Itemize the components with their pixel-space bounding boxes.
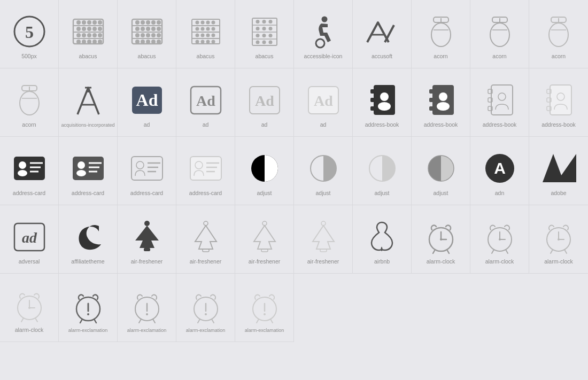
icon-cell-alarm-exclamation2[interactable]: alarm-exclamation xyxy=(118,274,176,342)
icon-cell-address-book2[interactable]: address-book xyxy=(412,68,470,137)
icon-cell-ad2[interactable]: Ad ad xyxy=(176,68,235,137)
svg-rect-121 xyxy=(370,89,375,94)
icon-cell-address-card1[interactable]: address-card xyxy=(0,137,59,205)
icon-cell-adjust4[interactable]: adjust xyxy=(412,137,470,205)
icon-cell-address-book1[interactable]: address-book xyxy=(353,68,412,137)
icon-cell-acorn1[interactable]: acorn xyxy=(412,0,470,68)
icon-label: air-freshener xyxy=(307,258,339,266)
icon-cell-alarm-clock4[interactable]: alarm-clock xyxy=(0,274,59,342)
icon-cell-acorn3[interactable]: acorn xyxy=(529,0,588,68)
icon-cell-address-card4[interactable]: address-card xyxy=(176,137,235,205)
icon-label: adjust xyxy=(433,190,448,197)
svg-rect-122 xyxy=(370,98,375,102)
icon-cell-adobe[interactable]: adobe xyxy=(529,137,588,205)
icon-label: adjust xyxy=(315,190,330,197)
svg-point-14 xyxy=(92,27,97,31)
icon-label: alarm-exclamation xyxy=(68,328,108,334)
svg-line-200 xyxy=(35,318,37,322)
icon-label: alarm-clock xyxy=(485,258,514,266)
icon-cell-air-freshener3[interactable]: air-freshener xyxy=(235,205,294,274)
svg-text:Ad: Ad xyxy=(255,92,274,109)
icon-label: address-card xyxy=(189,190,222,197)
svg-rect-128 xyxy=(429,98,434,102)
svg-point-16 xyxy=(76,33,81,37)
icon-label: abacus xyxy=(79,53,97,60)
icon-cell-address-book4[interactable]: address-book xyxy=(529,68,588,137)
icon-label: address-book xyxy=(541,121,576,129)
svg-point-59 xyxy=(200,27,204,31)
icon-cell-ad1[interactable]: Ad ad xyxy=(118,68,176,137)
svg-point-38 xyxy=(151,27,156,31)
svg-point-87 xyxy=(316,39,324,48)
icon-cell-acorn2[interactable]: acorn xyxy=(470,0,529,68)
icon-label: acorn xyxy=(492,53,506,60)
svg-point-55 xyxy=(200,21,204,25)
svg-point-155 xyxy=(136,161,144,169)
icon-cell-abacus3[interactable]: abacus xyxy=(176,0,235,68)
svg-line-216 xyxy=(212,319,214,323)
svg-point-45 xyxy=(135,40,140,44)
icon-cell-adversal[interactable]: ad adversal xyxy=(0,205,59,274)
svg-rect-154 xyxy=(131,157,163,180)
icon-label: acorn xyxy=(434,53,447,60)
icon-cell-alarm-clock2[interactable]: alarm-clock xyxy=(470,205,529,274)
svg-point-100 xyxy=(549,23,568,46)
svg-point-78 xyxy=(262,27,266,30)
icon-cell-abacus4[interactable]: abacus xyxy=(235,0,294,68)
svg-point-57 xyxy=(211,21,215,25)
icon-cell-address-card2[interactable]: address-card xyxy=(59,137,118,205)
icon-cell-adjust1[interactable]: adjust xyxy=(235,137,294,205)
icon-cell-air-freshener1[interactable]: air-freshener xyxy=(118,205,176,274)
icon-label: abacus xyxy=(197,53,215,60)
icon-cell-abacus2[interactable]: abacus xyxy=(118,0,176,68)
svg-point-36 xyxy=(141,27,145,31)
svg-point-185 xyxy=(440,238,442,241)
icon-cell-alarm-clock3[interactable]: alarm-clock xyxy=(529,205,588,274)
svg-point-17 xyxy=(82,33,86,37)
icon-cell-air-freshener4[interactable]: air-freshener xyxy=(294,205,353,274)
icon-cell-adjust3[interactable]: adjust xyxy=(353,137,412,205)
svg-point-47 xyxy=(146,40,150,44)
svg-point-7 xyxy=(82,20,86,25)
svg-point-69 xyxy=(211,40,215,44)
icon-label: address-book xyxy=(424,121,458,129)
icon-cell-alarm-clock1[interactable]: alarm-clock xyxy=(412,205,470,274)
icon-cell-air-freshener2[interactable]: air-freshener xyxy=(176,205,235,274)
icon-cell-alarm-exclamation3[interactable]: alarm-exclamation xyxy=(176,274,235,342)
svg-point-61 xyxy=(211,27,215,31)
svg-point-63 xyxy=(200,34,204,37)
icon-cell-adn[interactable]: A adn xyxy=(470,137,529,205)
icon-cell-acorn4[interactable]: acorn xyxy=(0,68,59,137)
icon-cell-address-book3[interactable]: address-book xyxy=(470,68,529,137)
icon-cell-affiliatetheme[interactable]: affiliatetheme xyxy=(59,205,118,274)
svg-rect-137 xyxy=(550,85,571,115)
svg-point-48 xyxy=(151,40,156,44)
icon-cell-alarm-exclamation4[interactable]: alarm-exclamation xyxy=(235,274,294,342)
svg-point-191 xyxy=(499,238,501,241)
svg-line-181 xyxy=(433,250,435,253)
icon-svg-500px: 5 xyxy=(12,14,47,49)
icon-cell-ad3[interactable]: Ad ad xyxy=(235,68,294,137)
svg-point-8 xyxy=(87,20,91,25)
icon-cell-accessible-icon[interactable]: accessible-icon xyxy=(294,0,353,68)
icon-cell-acquisitions-incorporated[interactable]: acquisitions-incorporated xyxy=(59,68,118,137)
icon-cell-adjust2[interactable]: adjust xyxy=(294,137,353,205)
svg-point-54 xyxy=(195,21,199,25)
icon-cell-accusoft[interactable]: accusoft xyxy=(353,0,412,68)
svg-point-21 xyxy=(76,40,81,44)
svg-point-82 xyxy=(268,34,272,37)
icon-cell-500px[interactable]: 5 500px xyxy=(0,0,59,68)
svg-point-60 xyxy=(206,27,210,31)
icon-label: air-freshener xyxy=(249,258,281,266)
icon-cell-alarm-exclamation1[interactable]: alarm-exclamation xyxy=(59,274,118,342)
svg-line-221 xyxy=(270,319,273,323)
svg-point-9 xyxy=(92,20,97,25)
icon-cell-abacus1[interactable]: abacus xyxy=(59,0,118,68)
svg-line-187 xyxy=(492,250,494,253)
svg-point-19 xyxy=(92,33,97,37)
icon-cell-airbnb[interactable]: airbnb xyxy=(353,205,412,274)
icon-cell-ad4[interactable]: Ad ad xyxy=(294,68,353,137)
svg-rect-129 xyxy=(429,106,434,111)
svg-line-211 xyxy=(153,319,155,323)
icon-cell-address-card3[interactable]: address-card xyxy=(118,137,176,205)
